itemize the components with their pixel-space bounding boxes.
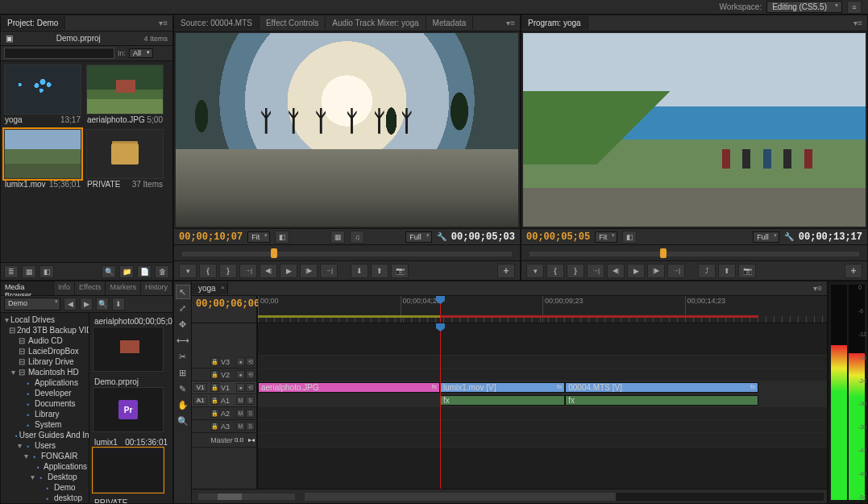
timeline-ruler[interactable]: 00;0000;00;04;2300;00;09;2300;00;14;23: [258, 296, 827, 323]
source-patch[interactable]: V1: [193, 383, 207, 392]
mb-tab[interactable]: Effects: [75, 281, 106, 295]
mark-in-button[interactable]: [546, 264, 564, 278]
tree-item[interactable]: LacieDropBox: [1, 346, 89, 356]
go-to-out-button[interactable]: [667, 264, 685, 278]
timeline-clip[interactable]: 00004.MTS [V]fx: [565, 382, 758, 393]
solo-toggle[interactable]: S: [246, 409, 255, 418]
lock-toggle[interactable]: 🔒: [210, 396, 219, 405]
program-zoom-dropdown[interactable]: Full: [753, 231, 779, 243]
mb-fwd-button[interactable]: ▶: [80, 298, 93, 310]
tool-button[interactable]: ↖: [176, 285, 190, 299]
button-editor-button[interactable]: [845, 264, 862, 278]
audio-track-header[interactable]: 🔒A2MS: [192, 407, 256, 420]
panel-menu-icon[interactable]: ▾≡: [808, 284, 827, 293]
source-video-preview[interactable]: [176, 33, 518, 227]
program-fit-dropdown[interactable]: Fit: [595, 231, 617, 243]
program-tab[interactable]: Program: yoga: [521, 16, 588, 30]
sequence-tab[interactable]: yoga×: [192, 282, 228, 294]
bin-thumb[interactable]: [86, 65, 164, 115]
timeline-audio-clip[interactable]: fx: [440, 395, 565, 406]
expand-arrow-icon[interactable]: ▾: [28, 473, 36, 481]
timeline-zoom-slider[interactable]: [198, 494, 295, 500]
source-scrubber[interactable]: [174, 244, 520, 260]
tool-button[interactable]: ✂: [176, 349, 190, 364]
drag-audio-icon[interactable]: ♫: [350, 231, 364, 244]
expand-arrow-icon[interactable]: ▾: [15, 441, 23, 450]
mb-search-icon[interactable]: 🔍: [96, 298, 109, 310]
timeline-timecode[interactable]: 00;00;06;06: [196, 298, 252, 310]
tree-item[interactable]: System: [1, 419, 89, 430]
tool-button[interactable]: ✋: [176, 398, 190, 412]
audio-track-lane[interactable]: fxfx: [258, 394, 827, 407]
project-bin-item[interactable]: aerialphoto.JPG5;00: [86, 65, 164, 124]
master-track-header[interactable]: Master0.0▸◂: [192, 433, 256, 448]
tree-item[interactable]: 2nd 3TB Backup VIDEO: [1, 325, 89, 335]
mute-toggle[interactable]: ●: [236, 357, 245, 366]
panel-menu-icon[interactable]: ▾≡: [849, 19, 867, 27]
tree-item[interactable]: ▾Macintosh HD: [1, 367, 89, 377]
tree-root[interactable]: ▾Local Drives: [1, 314, 89, 325]
tree-item[interactable]: ▾FONGAIR: [1, 451, 89, 461]
source-fit-dropdown[interactable]: Fit: [247, 231, 270, 243]
settings-icon[interactable]: 🔧: [437, 232, 446, 241]
mark-out-button[interactable]: [567, 264, 584, 278]
lock-toggle[interactable]: 🔒: [210, 370, 219, 379]
solo-toggle[interactable]: S: [246, 396, 255, 405]
resolution-button[interactable]: ◧: [275, 231, 289, 244]
panel-menu-icon[interactable]: ▾≡: [501, 19, 520, 27]
tree-item[interactable]: Applications: [1, 377, 89, 388]
mute-toggle[interactable]: ●: [236, 370, 245, 379]
program-playhead[interactable]: [660, 248, 667, 258]
export-frame-button[interactable]: [391, 264, 409, 278]
video-track-lane[interactable]: [258, 369, 827, 381]
timeline-clip[interactable]: lumix1.mov [V]fx: [440, 382, 565, 393]
lock-toggle[interactable]: 🔒: [210, 422, 219, 431]
lock-toggle[interactable]: 🔒: [210, 409, 219, 418]
mb-tab[interactable]: Media Browser: [1, 281, 54, 295]
list-view-button[interactable]: ≣: [4, 265, 19, 278]
export-frame-button[interactable]: [738, 264, 756, 278]
new-bin-button[interactable]: 📁: [119, 265, 134, 278]
mb-thumb[interactable]: [93, 448, 164, 493]
source-position-timecode[interactable]: 00;00;10;07: [179, 231, 243, 243]
add-marker-button[interactable]: [179, 264, 197, 278]
play-button[interactable]: [627, 264, 645, 278]
step-forward-button[interactable]: [300, 264, 318, 278]
panel-menu-icon[interactable]: ▾≡: [154, 19, 172, 27]
settings-icon[interactable]: 🔧: [784, 232, 794, 241]
timeline-scrollbar[interactable]: [305, 493, 824, 501]
playhead-line[interactable]: [440, 323, 441, 489]
project-bin-item[interactable]: lumix1.mov15;36;01: [4, 129, 81, 189]
bin-thumb[interactable]: [4, 129, 81, 179]
solo-toggle[interactable]: S: [246, 422, 255, 431]
program-position-timecode[interactable]: 00;00;05;05: [526, 231, 590, 243]
mute-toggle[interactable]: M: [236, 396, 245, 405]
sync-toggle[interactable]: ⟲: [246, 357, 255, 366]
mute-toggle[interactable]: M: [236, 409, 245, 418]
resolution-button[interactable]: ◧: [622, 231, 637, 244]
icon-view-button[interactable]: ▦: [22, 265, 36, 278]
audio-track-header[interactable]: 🔒A3MS: [192, 420, 256, 433]
mb-back-button[interactable]: ◀: [64, 298, 77, 310]
tree-item[interactable]: User Guides And In: [1, 430, 89, 440]
timeline-clip[interactable]: aerialphoto.JPGfx: [258, 382, 440, 393]
mb-item[interactable]: Demo.prproj Pr: [93, 377, 169, 432]
mute-toggle[interactable]: ●: [236, 383, 245, 392]
video-track-header[interactable]: 🔒V3●⟲: [192, 356, 256, 369]
tool-button[interactable]: ⊞: [176, 365, 190, 380]
tree-item[interactable]: Developer: [1, 388, 89, 398]
mark-out-button[interactable]: [219, 264, 237, 278]
mb-tab[interactable]: Markers: [106, 281, 141, 295]
extract-button[interactable]: [718, 264, 736, 278]
filter-dropdown[interactable]: All: [129, 48, 153, 58]
mb-item[interactable]: lumix100:15:36:01: [93, 437, 169, 493]
mb-item[interactable]: PRIVATE: [93, 498, 169, 503]
project-search-input[interactable]: [4, 48, 114, 59]
mb-item[interactable]: aerialphoto00;00;05;00: [93, 316, 169, 372]
video-track-header[interactable]: 🔒V2●⟲: [192, 369, 256, 381]
tool-button[interactable]: ⟷: [176, 333, 190, 348]
tree-item[interactable]: Documents: [1, 398, 89, 409]
audio-track-lane[interactable]: [258, 420, 827, 433]
expand-arrow-icon[interactable]: ▾: [9, 368, 17, 377]
mb-tab[interactable]: Info: [54, 281, 75, 295]
